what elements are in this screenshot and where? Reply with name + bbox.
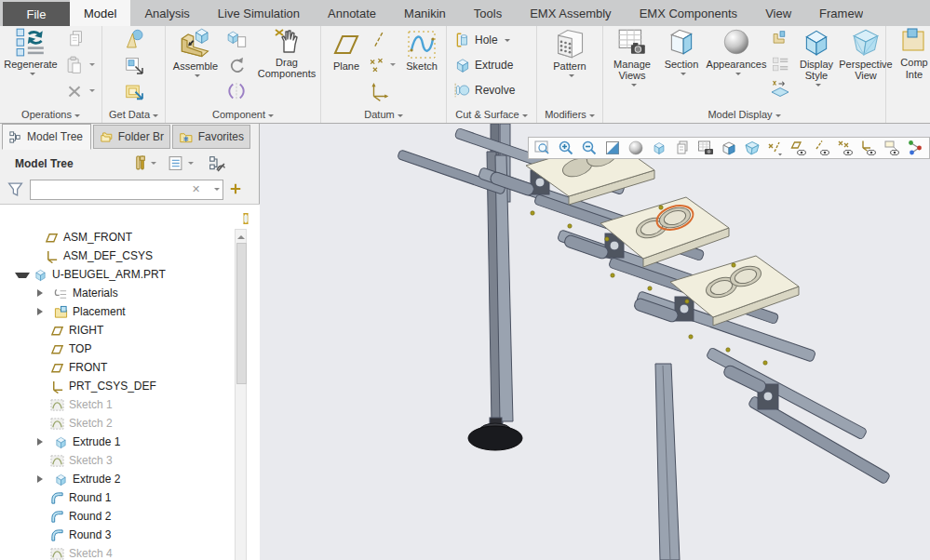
perspective-view-icon[interactable]: [740, 139, 763, 157]
open-button[interactable]: [123, 80, 145, 102]
paste-dropdown-icon[interactable]: [89, 63, 95, 69]
tab-manikin[interactable]: Manikin: [390, 0, 460, 26]
scene-button[interactable]: [769, 28, 791, 50]
group-label-modifiers[interactable]: Modifiers: [537, 109, 602, 120]
tree-settings-dropdown-icon[interactable]: [188, 162, 194, 167]
tree-item-round-3[interactable]: Round 3: [39, 526, 260, 544]
tree-settings-icon[interactable]: [168, 155, 183, 171]
group-label-component[interactable]: Component: [166, 109, 320, 120]
mirror-component-button[interactable]: [225, 80, 248, 102]
collapse-arrow-icon[interactable]: [15, 273, 30, 278]
tab-tools[interactable]: Tools: [460, 0, 516, 26]
revolve-button[interactable]: Revolve: [454, 82, 515, 99]
pattern-button[interactable]: Pattern: [547, 26, 592, 78]
copy-geometry-button[interactable]: [225, 28, 248, 50]
tree-item-asm-front[interactable]: ASM_FRONT: [34, 228, 260, 247]
tab-emx-assembly[interactable]: EMX Assembly: [516, 0, 625, 26]
hole-button[interactable]: Hole: [454, 32, 510, 48]
display-style-icon[interactable]: [624, 139, 647, 157]
axis-display-icon[interactable]: [810, 139, 833, 157]
tab-framework[interactable]: Framew: [805, 0, 863, 26]
repaint-icon[interactable]: [600, 139, 624, 157]
tree-item-sketch-3[interactable]: Sketch 3: [39, 451, 260, 470]
model-scale-button[interactable]: [769, 78, 791, 100]
tree-item-prt-csys-def[interactable]: PRT_CSYS_DEF: [39, 377, 260, 395]
point-dropdown-icon[interactable]: [390, 63, 396, 69]
display-options-button[interactable]: [769, 53, 791, 75]
panel-tab-favorites[interactable]: Favorites: [172, 125, 250, 149]
saved-views-icon[interactable]: [647, 139, 670, 157]
expand-arrow-icon[interactable]: [37, 289, 48, 297]
tree-item-top[interactable]: TOP: [39, 340, 260, 358]
import-button[interactable]: [123, 28, 145, 50]
manage-views-button[interactable]: Manage Views: [607, 26, 657, 87]
group-label-operations[interactable]: Operations: [0, 109, 101, 120]
extrude-button[interactable]: Extrude: [454, 57, 513, 73]
component-interface-button[interactable]: Comp Inte: [896, 26, 930, 80]
tab-annotate[interactable]: Annotate: [314, 0, 390, 26]
panel-tab-model-tree[interactable]: Model Tree: [2, 124, 91, 150]
tree-item-sketch-4[interactable]: Sketch 4: [39, 544, 260, 560]
expand-arrow-icon[interactable]: [37, 475, 48, 483]
tab-file[interactable]: File: [3, 2, 70, 26]
group-label-datum[interactable]: Datum: [321, 109, 446, 120]
section-view-icon[interactable]: [717, 139, 740, 157]
expand-arrow-icon[interactable]: [37, 438, 48, 446]
show-hide-items-icon[interactable]: [209, 155, 225, 172]
tab-live-simulation[interactable]: Live Simulation: [204, 0, 314, 26]
copy-button[interactable]: [65, 28, 88, 50]
add-filter-icon[interactable]: [229, 182, 242, 195]
tree-item-front[interactable]: FRONT: [39, 358, 260, 377]
tree-item-asm-def-csys[interactable]: ASM_DEF_CSYS: [34, 247, 260, 265]
view-copy-icon[interactable]: [670, 139, 694, 157]
tree-item-extrude-1[interactable]: Extrude 1: [37, 433, 260, 451]
delete-dropdown-icon[interactable]: [89, 89, 95, 95]
component-refresh-button[interactable]: [225, 54, 248, 76]
delete-button[interactable]: [63, 80, 86, 102]
tab-view[interactable]: View: [751, 0, 805, 26]
tree-item-right[interactable]: RIGHT: [39, 321, 260, 340]
annotation-display-icon[interactable]: [880, 139, 903, 157]
sketch-button[interactable]: Sketch: [399, 30, 444, 72]
regenerate-button[interactable]: Regenerate: [4, 26, 58, 76]
plane-display-icon[interactable]: [787, 139, 810, 157]
spin-center-icon[interactable]: [903, 139, 926, 157]
drag-components-button[interactable]: Drag Components: [257, 26, 317, 79]
tree-item-u-beugel-arm[interactable]: U-BEUGEL_ARM.PRT: [15, 265, 248, 284]
tree-item-round-1[interactable]: Round 1: [39, 488, 260, 507]
datum-csys-button[interactable]: [368, 80, 390, 102]
zoom-out-icon[interactable]: [577, 139, 600, 157]
tree-pin-icon[interactable]: [239, 212, 252, 225]
tab-emx-components[interactable]: EMX Components: [626, 0, 752, 26]
paste-button[interactable]: [63, 54, 86, 76]
tree-item-sketch-1[interactable]: Sketch 1: [39, 395, 260, 414]
view-manager-icon[interactable]: [694, 139, 717, 157]
plane-button[interactable]: Plane: [326, 30, 367, 72]
expand-arrow-icon[interactable]: [37, 308, 48, 315]
tree-item-sketch-2[interactable]: Sketch 2: [39, 414, 260, 433]
tree-item-placement[interactable]: Placement: [37, 302, 260, 321]
tree-tools-icon[interactable]: [130, 155, 146, 171]
datum-axis-button[interactable]: [368, 28, 390, 50]
group-label-cut-surface[interactable]: Cut & Surface: [447, 109, 536, 120]
display-style-button[interactable]: Display Style: [793, 26, 840, 87]
filter-funnel-icon[interactable]: [7, 181, 23, 197]
csys-display-icon[interactable]: [856, 139, 880, 157]
image-button[interactable]: [123, 54, 145, 76]
group-label-model-display[interactable]: Model Display: [603, 109, 885, 120]
assemble-button[interactable]: Assemble: [169, 26, 222, 78]
tab-model[interactable]: Model: [70, 0, 130, 26]
graphics-area[interactable]: [261, 124, 930, 560]
datum-display-filters-icon[interactable]: [763, 139, 787, 157]
clear-filter-icon[interactable]: ✕: [192, 184, 200, 193]
group-label-get-data[interactable]: Get Data: [102, 109, 165, 120]
filter-dropdown-icon[interactable]: [214, 188, 220, 193]
section-button[interactable]: Section: [659, 26, 704, 76]
appearances-button[interactable]: Appearances: [704, 26, 769, 76]
point-display-icon[interactable]: [833, 139, 856, 157]
tree-item-round-2[interactable]: Round 2: [39, 507, 260, 526]
tab-analysis[interactable]: Analysis: [130, 0, 203, 26]
zoom-in-icon[interactable]: [554, 139, 577, 157]
tree-item-extrude-2[interactable]: Extrude 2: [37, 470, 260, 488]
tree-tools-dropdown-icon[interactable]: [151, 162, 156, 167]
